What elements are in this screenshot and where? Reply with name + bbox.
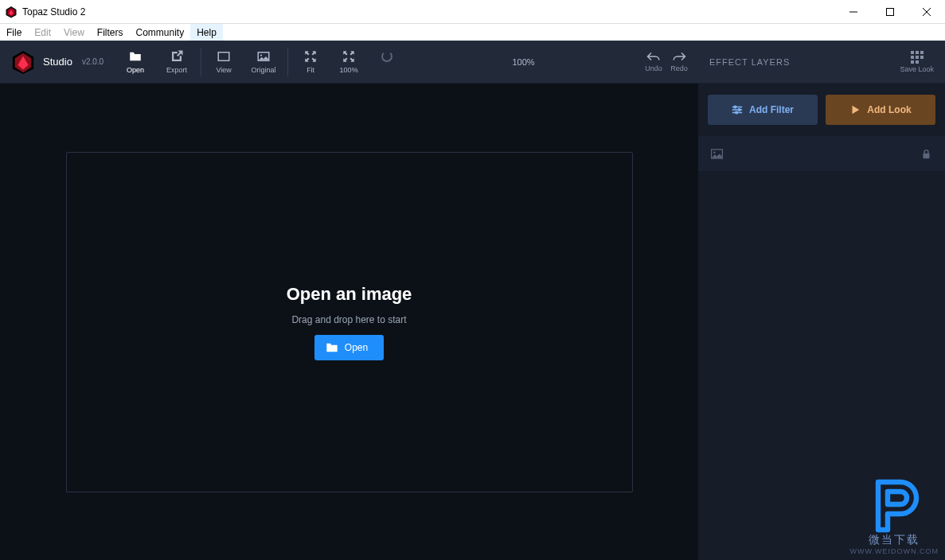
add-filter-button[interactable]: Add Filter xyxy=(708,95,818,125)
sliders-icon xyxy=(732,104,743,115)
drop-zone[interactable]: Open an image Drag and drop here to star… xyxy=(66,152,633,492)
effect-layers-panel: Add Filter Add Look 微当下载 WWW.WEIDOWN.COM xyxy=(698,84,945,560)
svg-rect-13 xyxy=(911,51,914,54)
undo-button[interactable]: Undo xyxy=(641,51,666,72)
brand-logo-icon xyxy=(11,50,35,74)
dropzone-title: Open an image xyxy=(287,284,412,305)
canvas-area: Open an image Drag and drop here to star… xyxy=(0,84,698,560)
svg-rect-17 xyxy=(916,56,919,59)
toolbar-open-button[interactable]: Open xyxy=(115,41,156,83)
open-image-button[interactable]: Open xyxy=(314,335,384,360)
play-icon xyxy=(849,104,861,115)
undo-icon xyxy=(646,51,661,62)
main-toolbar: Studio v2.0.0 Open Export View Original xyxy=(0,41,945,84)
export-icon xyxy=(170,49,184,64)
base-image-layer[interactable] xyxy=(698,136,945,171)
svg-rect-20 xyxy=(916,60,919,64)
brand-name: Studio xyxy=(43,56,72,68)
add-look-button[interactable]: Add Look xyxy=(826,95,935,125)
effect-layers-header: EFFECT LAYERS Save Look xyxy=(698,41,945,83)
spinner-icon xyxy=(381,49,392,64)
toolbar-100-button[interactable]: 100% xyxy=(330,41,368,83)
folder-icon xyxy=(128,49,143,64)
svg-point-25 xyxy=(738,109,740,111)
dropzone-subtitle: Drag and drop here to start xyxy=(291,314,406,325)
toolbar-original-button[interactable]: Original xyxy=(243,41,284,83)
redo-button[interactable]: Redo xyxy=(666,51,692,72)
svg-point-29 xyxy=(713,151,716,154)
view-icon xyxy=(217,49,231,64)
window-title: Topaz Studio 2 xyxy=(22,6,85,18)
folder-icon xyxy=(326,342,338,353)
fit-icon xyxy=(303,49,318,64)
menu-view[interactable]: View xyxy=(57,24,91,41)
menu-help[interactable]: Help xyxy=(190,24,223,41)
effect-layers-title: EFFECT LAYERS xyxy=(709,57,790,67)
expand-icon xyxy=(342,49,356,64)
watermark-logo-icon xyxy=(862,469,926,533)
toolbar-separator xyxy=(201,48,201,76)
menu-community[interactable]: Community xyxy=(130,24,191,41)
window-titlebar: Topaz Studio 2 xyxy=(0,0,945,24)
svg-marker-27 xyxy=(853,106,860,115)
image-icon xyxy=(711,149,723,159)
svg-rect-16 xyxy=(911,56,914,59)
menu-bar: File Edit View Filters Community Help xyxy=(0,24,945,41)
menu-file[interactable]: File xyxy=(0,24,28,41)
lock-icon xyxy=(920,149,932,159)
brand-version: v2.0.0 xyxy=(82,57,103,66)
app-brand: Studio v2.0.0 xyxy=(0,50,115,74)
toolbar-view-button[interactable]: View xyxy=(205,41,243,83)
toolbar-loading xyxy=(368,41,406,83)
svg-point-12 xyxy=(260,54,262,56)
menu-edit[interactable]: Edit xyxy=(28,24,57,41)
menu-filters[interactable]: Filters xyxy=(91,24,130,41)
toolbar-fit-button[interactable]: Fit xyxy=(291,41,330,83)
grid-icon xyxy=(911,51,924,64)
app-logo-icon xyxy=(5,6,18,18)
window-minimize-button[interactable] xyxy=(835,0,872,24)
svg-point-26 xyxy=(736,111,738,114)
svg-rect-14 xyxy=(916,51,919,54)
window-close-button[interactable] xyxy=(908,0,945,24)
svg-rect-10 xyxy=(218,52,229,61)
watermark: 微当下载 WWW.WEIDOWN.COM xyxy=(850,469,939,555)
svg-point-24 xyxy=(734,106,736,108)
svg-rect-18 xyxy=(920,56,924,59)
svg-rect-15 xyxy=(920,51,924,54)
zoom-display[interactable]: 100% xyxy=(406,57,641,67)
svg-rect-30 xyxy=(923,153,929,158)
svg-rect-4 xyxy=(887,8,894,15)
svg-rect-19 xyxy=(911,60,914,64)
window-maximize-button[interactable] xyxy=(872,0,908,24)
save-look-button[interactable]: Save Look xyxy=(900,51,934,73)
image-icon xyxy=(256,49,271,64)
toolbar-export-button[interactable]: Export xyxy=(156,41,197,83)
redo-icon xyxy=(672,51,686,62)
toolbar-separator xyxy=(287,48,288,76)
